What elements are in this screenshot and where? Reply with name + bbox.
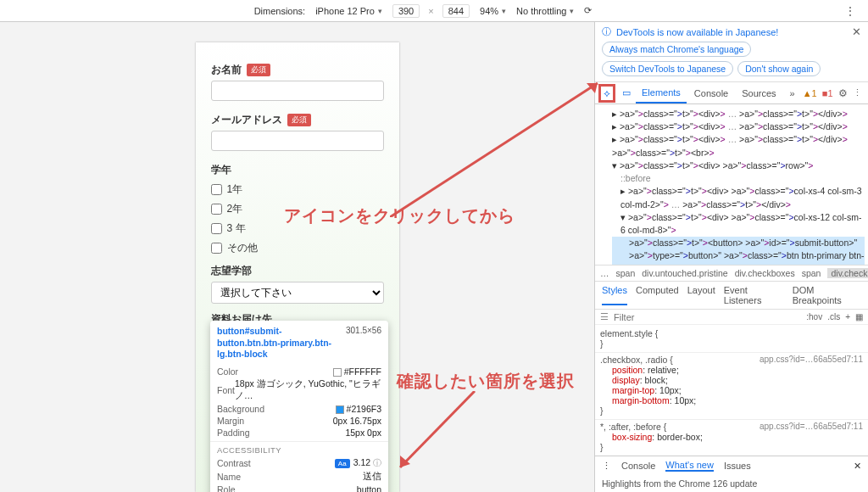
styles-filter-input[interactable] bbox=[614, 312, 801, 322]
tt-name-k: Name bbox=[217, 472, 241, 482]
arrow-2 bbox=[390, 391, 492, 479]
styles-menu-icon[interactable]: ▦ bbox=[855, 312, 863, 321]
tt-margin-v: 0px 16.75px bbox=[333, 416, 381, 426]
drawer-tab-issues[interactable]: Issues bbox=[724, 461, 751, 471]
crumb[interactable]: div.checkbox bbox=[827, 268, 868, 278]
crumb[interactable]: div.checkboxes bbox=[735, 268, 795, 278]
arrow-1 bbox=[390, 73, 610, 221]
tt-acc-header: ACCESSIBILITY bbox=[210, 441, 388, 456]
device-select[interactable]: iPhone 12 Pro bbox=[315, 6, 382, 16]
sub-tab-events[interactable]: Event Listeners bbox=[724, 285, 784, 305]
device-mode-icon[interactable]: ▭ bbox=[619, 87, 634, 98]
crumb[interactable]: div.untouched.pristine bbox=[642, 268, 727, 278]
devtools-menu-icon[interactable]: ⋮ bbox=[853, 87, 862, 98]
devtools-infobar: ⓘDevTools is now available in Japanese!✕… bbox=[595, 22, 868, 82]
drawer: ⋮ Console What's new Issues ✕ Highlights… bbox=[595, 456, 868, 492]
tt-color-v: #FFFFFF bbox=[333, 366, 381, 377]
grade-3-checkbox[interactable] bbox=[211, 223, 222, 234]
grade-other-label: その他 bbox=[227, 241, 258, 255]
crumb[interactable]: span bbox=[616, 268, 636, 278]
height-input[interactable]: 844 bbox=[442, 4, 470, 18]
required-badge: 必須 bbox=[247, 64, 270, 76]
grade-3-label: 3 年 bbox=[227, 221, 246, 236]
error-count[interactable]: ■1 bbox=[822, 88, 833, 98]
devtools-tabs: ⟡ ▭ Elements Console Sources » ▲1 ■1 ⚙ ⋮… bbox=[595, 82, 868, 104]
tab-elements[interactable]: Elements bbox=[636, 83, 687, 103]
required-badge: 必須 bbox=[287, 114, 311, 126]
crumb[interactable]: span bbox=[802, 268, 821, 278]
inspect-tooltip: button#submit-button.btn.btn-primary.btn… bbox=[210, 321, 388, 492]
dom-tree[interactable]: ▸ >a>">class>=">t>"><div>> … >a>">class>… bbox=[595, 104, 868, 266]
sub-tab-styles[interactable]: Styles bbox=[602, 285, 627, 305]
cls-toggle[interactable]: .cls bbox=[827, 312, 840, 321]
tt-margin-k: Margin bbox=[217, 416, 244, 426]
grade-other-checkbox[interactable] bbox=[211, 243, 222, 254]
svg-line-2 bbox=[400, 391, 475, 467]
tt-bg-v: #2196F3 bbox=[336, 404, 381, 414]
gear-icon[interactable]: ⚙ bbox=[838, 87, 848, 99]
rotate-icon[interactable]: ⟳ bbox=[584, 5, 592, 16]
tt-font-k: Font bbox=[217, 385, 235, 395]
name-input[interactable] bbox=[211, 81, 384, 101]
drawer-body: Highlights from the Chrome 126 update bbox=[595, 475, 868, 492]
breadcrumb[interactable]: … span div.untouched.pristine div.checkb… bbox=[595, 266, 868, 282]
chip-switch-jp[interactable]: Switch DevTools to Japanese bbox=[602, 61, 733, 76]
warn-count[interactable]: ▲1 bbox=[803, 88, 817, 98]
tooltip-size: 301.5×56 bbox=[346, 326, 381, 335]
tt-padding-k: Padding bbox=[217, 428, 250, 438]
email-input[interactable] bbox=[211, 131, 384, 151]
close-icon[interactable]: ✕ bbox=[852, 25, 861, 38]
tab-sources[interactable]: Sources bbox=[736, 84, 782, 103]
tt-color-k: Color bbox=[217, 366, 238, 377]
tt-role-k: Role bbox=[217, 484, 236, 492]
info-title: DevTools is now available in Japanese! bbox=[616, 27, 778, 37]
drawer-close-icon[interactable]: ✕ bbox=[854, 461, 861, 472]
zoom-select[interactable]: 94% bbox=[480, 6, 506, 16]
devtools-panel: ⓘDevTools is now available in Japanese!✕… bbox=[595, 22, 868, 492]
tt-contrast-v: Aa3.12 ⓘ bbox=[335, 457, 381, 469]
grade-label: 学年 bbox=[211, 163, 231, 177]
grade-1-checkbox[interactable] bbox=[211, 184, 222, 195]
tt-contrast-k: Contrast bbox=[217, 458, 251, 468]
tt-padding-v: 15px 0px bbox=[345, 428, 381, 438]
info-icon: ⓘ bbox=[602, 25, 611, 38]
sub-tab-dom-bp[interactable]: DOM Breakpoints bbox=[793, 285, 861, 305]
tab-overflow[interactable]: » bbox=[784, 84, 801, 103]
width-input[interactable]: 390 bbox=[392, 4, 420, 18]
styles-tabs: Styles Computed Layout Event Listeners D… bbox=[595, 282, 868, 310]
preview-pane: お名前 必須 メールアドレス 必須 学年 1年 2年 3 年 その他 志望学部 … bbox=[0, 22, 595, 492]
styles-rules[interactable]: element.style {}app.css?id=…66a55ed7:11.… bbox=[595, 325, 868, 456]
tt-bg-k: Background bbox=[217, 404, 264, 414]
drawer-tab-whatsnew[interactable]: What's new bbox=[665, 460, 714, 472]
faculty-select[interactable]: 選択して下さい bbox=[211, 282, 384, 304]
drawer-tab-console[interactable]: Console bbox=[621, 461, 655, 471]
sub-tab-computed[interactable]: Computed bbox=[636, 285, 679, 305]
faculty-label: 志望学部 bbox=[211, 264, 252, 278]
grade-2-checkbox[interactable] bbox=[211, 204, 222, 215]
throttle-select[interactable]: No throttling bbox=[516, 6, 574, 16]
dimensions-label: Dimensions: bbox=[254, 6, 306, 16]
grade-1-label: 1年 bbox=[227, 182, 243, 197]
annotation-2: 確認したい箇所を選択 bbox=[397, 370, 575, 393]
new-rule-icon[interactable]: + bbox=[845, 312, 850, 321]
tt-role-v: button bbox=[357, 484, 381, 492]
grade-2-label: 2年 bbox=[227, 202, 243, 216]
tooltip-selector: button#submit-button.btn.btn-primary.btn… bbox=[217, 326, 336, 361]
styles-filter-row: ☰ :hov .cls + ▦ bbox=[595, 310, 868, 325]
email-label: メールアドレス bbox=[211, 113, 282, 127]
sub-tab-layout[interactable]: Layout bbox=[687, 285, 715, 305]
drawer-menu-icon[interactable]: ⋮ bbox=[602, 461, 611, 472]
crumb[interactable]: … bbox=[600, 268, 609, 278]
name-label: お名前 bbox=[211, 63, 242, 77]
tab-console[interactable]: Console bbox=[688, 84, 734, 103]
toolbar-menu-icon[interactable]: ⋮ bbox=[839, 4, 861, 18]
tt-name-v: 送信 bbox=[363, 471, 381, 483]
chip-dont-show[interactable]: Don't show again bbox=[737, 61, 821, 76]
device-toolbar: Dimensions: iPhone 12 Pro 390 × 844 94% … bbox=[0, 0, 868, 22]
chip-match-lang[interactable]: Always match Chrome's language bbox=[602, 42, 751, 57]
hov-toggle[interactable]: :hov bbox=[806, 312, 822, 321]
tt-font-v: 18px 游ゴシック, YuGothic, "ヒラギノ… bbox=[235, 378, 381, 402]
filter-icon: ☰ bbox=[600, 311, 609, 322]
svg-line-0 bbox=[390, 83, 598, 217]
dim-sep: × bbox=[425, 6, 437, 16]
